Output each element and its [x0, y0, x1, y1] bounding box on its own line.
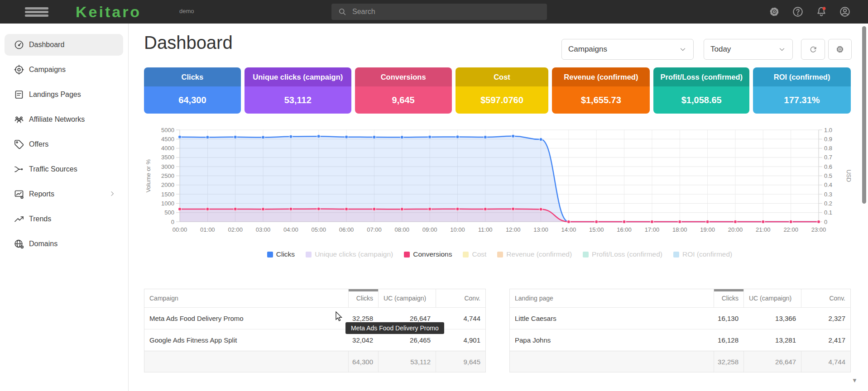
app-window: Keitaro demo Dashboard Campaigns Landing…	[0, 0, 868, 391]
svg-text:USD: USD	[845, 170, 852, 182]
table-row[interactable]: Papa Johns 16,128 13,281 2,417	[510, 329, 850, 351]
campaigns-filter-select[interactable]: Campaigns	[561, 39, 694, 60]
sidebar-item-label: Offers	[29, 140, 48, 148]
refresh-button[interactable]	[801, 39, 825, 60]
chart-canvas: 0500100015002000250030003500400045005000…	[144, 120, 859, 241]
legend-item-clicks[interactable]: Clicks	[267, 250, 295, 258]
column-header-conv[interactable]: Conv.	[801, 289, 850, 307]
column-header-conv[interactable]: Conv.	[436, 289, 485, 307]
metric-card-profit-loss[interactable]: Profit/Loss (confirmed) $1,058.65	[653, 67, 749, 114]
column-header-clicks[interactable]: Clicks	[714, 289, 743, 307]
svg-text:18:00: 18:00	[672, 226, 687, 233]
sidebar-item-label: Affiliate Networks	[29, 115, 85, 124]
metric-card-conversions[interactable]: Conversions 9,645	[355, 67, 452, 114]
trends-icon	[14, 214, 24, 224]
clicks-value: 16,128	[714, 329, 743, 351]
clicks-value: 16,130	[714, 308, 743, 329]
legend-swatch	[673, 252, 679, 257]
search-input[interactable]	[351, 7, 547, 16]
settings-icon[interactable]	[768, 6, 780, 18]
metric-card-label: Clicks	[144, 67, 241, 86]
metric-card-clicks[interactable]: Clicks 64,300	[144, 67, 241, 114]
traffic-chart[interactable]: 0500100015002000250030003500400045005000…	[144, 120, 859, 241]
svg-text:0.2: 0.2	[824, 200, 832, 207]
dashboard-icon	[14, 39, 24, 50]
column-header-uc[interactable]: UC (campaign)	[743, 289, 801, 307]
sidebar-item-dashboard[interactable]: Dashboard	[5, 34, 123, 56]
svg-text:07:00: 07:00	[367, 226, 382, 233]
legend-item-cost[interactable]: Cost	[463, 250, 486, 258]
sidebar-item-reports[interactable]: Reports	[5, 183, 123, 205]
legend-label: ROI (confirmed)	[682, 250, 732, 258]
legend-item-profit-loss[interactable]: Profit/Loss (confirmed)	[583, 250, 662, 258]
totals-conv: 9,645	[436, 351, 485, 372]
svg-text:17:00: 17:00	[645, 226, 660, 233]
menu-icon[interactable]	[25, 7, 48, 17]
legend-item-conversions[interactable]: Conversions	[404, 250, 452, 258]
svg-text:0.6: 0.6	[824, 163, 832, 170]
account-icon[interactable]	[839, 6, 851, 18]
metric-card-roi[interactable]: ROI (confirmed) 177.31%	[753, 67, 851, 114]
date-range-value: Today	[710, 45, 731, 54]
help-icon[interactable]	[792, 6, 804, 18]
legend-item-unique-clicks[interactable]: Unique clicks (campaign)	[306, 250, 393, 258]
mouse-cursor	[335, 311, 345, 322]
svg-text:3000: 3000	[161, 163, 174, 170]
scroll-down-arrow-icon[interactable]: ▼	[852, 377, 858, 384]
sidebar-item-label: Traffic Sources	[29, 165, 77, 173]
campaign-name[interactable]: Google Ads Fitness App Split	[144, 329, 348, 351]
sidebar-item-landings-pages[interactable]: Landings Pages	[5, 84, 123, 105]
svg-text:08:00: 08:00	[395, 226, 410, 233]
dashboard-settings-button[interactable]	[828, 39, 852, 60]
global-search[interactable]	[331, 4, 547, 20]
svg-text:0.8: 0.8	[824, 145, 832, 152]
date-range-select[interactable]: Today	[704, 39, 793, 60]
sidebar-item-domains[interactable]: Domains	[5, 233, 123, 255]
column-header-clicks[interactable]: Clicks	[348, 289, 378, 307]
sidebar-item-label: Trends	[29, 215, 51, 223]
metric-card-label: Revenue (confirmed)	[552, 67, 650, 86]
column-header-landing-page[interactable]: Landing page	[510, 289, 714, 307]
offers-icon	[14, 139, 24, 150]
totals-clicks: 32,258	[714, 351, 743, 372]
svg-text:14:00: 14:00	[561, 226, 576, 233]
metric-card-label: Conversions	[355, 67, 452, 86]
traffic-sources-icon	[14, 164, 24, 175]
sidebar-item-affiliate-networks[interactable]: Affiliate Networks	[5, 109, 123, 130]
metric-card-value: 177.31%	[753, 86, 851, 114]
metric-card-value: $1,655.73	[552, 86, 650, 114]
notifications-bell-icon[interactable]	[815, 6, 827, 18]
sort-indicator	[349, 289, 378, 291]
svg-text:1000: 1000	[161, 200, 174, 207]
brand-demo-label: demo	[179, 8, 194, 14]
page-scrollbar-thumb[interactable]	[862, 26, 866, 204]
sidebar-item-offers[interactable]: Offers	[5, 134, 123, 155]
chevron-down-icon	[679, 45, 687, 53]
landing-name[interactable]: Papa Johns	[510, 329, 714, 351]
svg-text:2500: 2500	[161, 172, 174, 179]
column-header-uc[interactable]: UC (campaign)	[378, 289, 436, 307]
sidebar-item-trends[interactable]: Trends	[5, 208, 123, 230]
svg-text:4500: 4500	[161, 136, 174, 143]
svg-text:1500: 1500	[161, 191, 174, 198]
sidebar-item-campaigns[interactable]: Campaigns	[5, 59, 123, 81]
sidebar-item-label: Campaigns	[29, 66, 66, 74]
landing-name[interactable]: Little Caesars	[510, 308, 714, 329]
sidebar-item-traffic-sources[interactable]: Traffic Sources	[5, 158, 123, 180]
svg-text:Volume or %: Volume or %	[145, 159, 152, 192]
svg-text:10:00: 10:00	[450, 226, 465, 233]
legend-item-revenue[interactable]: Revenue (confirmed)	[497, 250, 572, 258]
legend-item-roi[interactable]: ROI (confirmed)	[673, 250, 732, 258]
legend-label: Unique clicks (campaign)	[315, 250, 393, 258]
svg-text:0.7: 0.7	[824, 154, 832, 161]
metric-card-label: ROI (confirmed)	[753, 67, 851, 86]
brand-logo[interactable]: Keitaro	[76, 3, 141, 21]
metric-card-revenue[interactable]: Revenue (confirmed) $1,655.73	[552, 67, 650, 114]
metric-card-cost[interactable]: Cost $597.0760	[456, 67, 549, 114]
legend-swatch	[463, 252, 469, 257]
column-header-campaign[interactable]: Campaign	[144, 289, 348, 307]
campaign-name[interactable]: Meta Ads Food Delivery Promo	[144, 308, 348, 329]
metric-card-unique-clicks[interactable]: Unique clicks (campaign) 53,112	[245, 67, 351, 114]
table-row[interactable]: Little Caesars 16,130 13,366 2,327	[510, 307, 850, 329]
svg-text:0.9: 0.9	[824, 136, 832, 143]
